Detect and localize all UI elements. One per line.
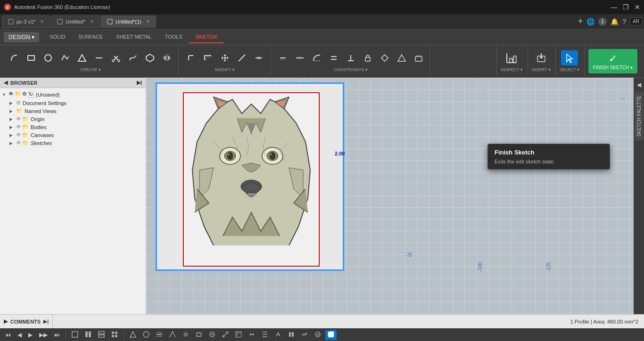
- select-label[interactable]: SELECT ▾: [560, 67, 579, 72]
- right-panel-arrow[interactable]: ◀: [637, 81, 641, 88]
- sketch-palette-tab[interactable]: SKETCH PALETTE: [635, 92, 644, 140]
- sketch-control-4[interactable]: [167, 330, 178, 340]
- canvas-area[interactable]: 2.00 -75 -100 -125 → Finish Sketch Exits…: [146, 78, 634, 314]
- tool-tangent[interactable]: [309, 50, 324, 65]
- tool-coincident[interactable]: [275, 50, 290, 65]
- tool-fix[interactable]: [411, 50, 426, 65]
- tool-line[interactable]: [91, 50, 107, 65]
- sketch-control-14[interactable]: [299, 330, 310, 340]
- constraints-label[interactable]: CONSTRAINTS ▾: [334, 67, 368, 72]
- ar-badge[interactable]: AR: [630, 17, 642, 25]
- root-gear-icon[interactable]: ⚙: [22, 91, 27, 98]
- design-dropdown[interactable]: DESIGN ▾: [4, 32, 39, 42]
- module-tab-sketch[interactable]: SKETCH: [189, 31, 223, 43]
- tool-trim[interactable]: [108, 50, 124, 65]
- tool-lock[interactable]: [360, 50, 375, 65]
- playback-prev[interactable]: ◀: [15, 331, 24, 339]
- tool-polygon[interactable]: [142, 50, 157, 65]
- tool-equal[interactable]: [377, 50, 392, 65]
- module-tab-sheetmetal[interactable]: SHEET METAL: [109, 31, 158, 43]
- playback-play[interactable]: ▶: [26, 331, 35, 339]
- tool-triangle[interactable]: [74, 50, 90, 65]
- playback-end[interactable]: ⏭: [52, 331, 62, 339]
- window-controls[interactable]: — ❐ ✕: [611, 3, 640, 11]
- notification-icon[interactable]: 🔔: [611, 18, 619, 25]
- browser-item-bodies[interactable]: ▶ 👁 📁 Bodies: [0, 123, 146, 131]
- browser-item-sketches[interactable]: ▶ 👁 📁 Sketches: [0, 139, 146, 147]
- tool-parallel[interactable]: [326, 50, 341, 65]
- tab-untitled2[interactable]: Untitled*(1) ✕: [101, 16, 156, 28]
- finish-sketch-btn[interactable]: ✓ FINISH SKETCH ▾: [588, 49, 637, 73]
- sketch-control-2[interactable]: [140, 330, 152, 340]
- sketch-control-8[interactable]: [220, 330, 231, 340]
- help-icon[interactable]: ?: [622, 18, 626, 25]
- sketch-control-13[interactable]: [286, 330, 297, 340]
- tab-untitled1[interactable]: Untitled* ✕: [51, 16, 100, 28]
- browser-item-canvases[interactable]: ▶ 👁 📁 Canvases: [0, 131, 146, 139]
- playback-start[interactable]: ⏮: [3, 331, 13, 339]
- tool-collinear[interactable]: [292, 50, 307, 65]
- browser-item-named-views[interactable]: ▶ 📁 Named Views: [0, 107, 146, 115]
- insert-label[interactable]: INSERT ▾: [532, 67, 551, 72]
- sketch-control-5[interactable]: [180, 330, 191, 340]
- tool-perpendicular[interactable]: [343, 50, 358, 65]
- sketch-control-7[interactable]: [206, 330, 218, 340]
- canvases-eye-icon[interactable]: 👁: [16, 132, 21, 138]
- tab-close-untitled2[interactable]: ✕: [146, 19, 150, 24]
- tool-circle[interactable]: [41, 50, 56, 65]
- tool-break[interactable]: [251, 50, 266, 65]
- module-tab-tools[interactable]: TOOLS: [158, 31, 189, 43]
- module-tab-solid[interactable]: SOLID: [43, 31, 72, 43]
- comments-expand-icon[interactable]: ▶: [4, 318, 8, 325]
- sketch-control-3[interactable]: [154, 330, 165, 340]
- sketch-control-6[interactable]: [193, 330, 205, 340]
- origin-eye-icon[interactable]: 👁: [16, 116, 21, 122]
- playback-next[interactable]: ▶▶: [37, 331, 50, 339]
- sketch-control-11[interactable]: [259, 330, 271, 340]
- tool-symmetric[interactable]: [394, 50, 409, 65]
- sketch-control-15[interactable]: [312, 330, 323, 340]
- globe-icon[interactable]: 🌐: [586, 18, 594, 25]
- tab-close-untitled1[interactable]: ✕: [90, 19, 94, 24]
- tool-move[interactable]: [217, 50, 232, 65]
- sketch-control-1[interactable]: [127, 330, 139, 340]
- module-tab-surface[interactable]: SURFACE: [72, 31, 109, 43]
- tool-rectangle[interactable]: [24, 50, 39, 65]
- view-mode-2[interactable]: [83, 330, 94, 340]
- sketch-control-active[interactable]: [325, 330, 337, 340]
- sketches-eye-icon[interactable]: 👁: [16, 140, 21, 146]
- sketch-control-10[interactable]: [246, 330, 257, 340]
- inspect-label[interactable]: INSPECT ▾: [501, 67, 522, 72]
- view-mode-1[interactable]: [69, 330, 81, 340]
- view-mode-3[interactable]: [96, 330, 107, 340]
- root-eye-icon[interactable]: 👁: [8, 91, 14, 98]
- maximize-btn[interactable]: ❐: [623, 3, 629, 11]
- browser-collapse-icon[interactable]: ◀: [4, 80, 8, 86]
- comments-collapse-icon[interactable]: ▶|: [43, 319, 49, 324]
- tab-close-pc3[interactable]: ✕: [40, 19, 44, 24]
- add-tab-btn[interactable]: +: [578, 16, 583, 26]
- create-label[interactable]: CREATE ▾: [80, 67, 100, 72]
- insert-btn[interactable]: [533, 50, 550, 65]
- bodies-eye-icon[interactable]: 👁: [16, 124, 21, 130]
- tool-polyline[interactable]: [58, 50, 73, 65]
- browser-expand-icon[interactable]: ▶|: [137, 80, 142, 86]
- sketch-control-12[interactable]: [272, 330, 284, 340]
- modify-label[interactable]: MODIFY ▾: [215, 67, 235, 72]
- browser-item-origin[interactable]: ▶ 👁 📁 Origin: [0, 115, 146, 123]
- tool-offset[interactable]: [200, 50, 215, 65]
- close-btn[interactable]: ✕: [635, 3, 640, 11]
- tool-mirror[interactable]: [159, 50, 174, 65]
- minimize-btn[interactable]: —: [611, 3, 617, 11]
- tab-pc3[interactable]: pc-3 v1* ✕: [2, 16, 50, 28]
- tool-arc[interactable]: [7, 50, 22, 65]
- root-refresh-icon[interactable]: ↻: [28, 91, 34, 98]
- tool-spline[interactable]: [125, 50, 140, 65]
- browser-item-root[interactable]: ▼ 👁 📁 ⚙ ↻ (Unsaved): [0, 90, 146, 99]
- tool-scale[interactable]: [234, 50, 249, 65]
- inspect-btn[interactable]: [503, 50, 520, 65]
- sketch-control-9[interactable]: [233, 330, 244, 340]
- select-btn[interactable]: [561, 50, 578, 65]
- view-mode-4[interactable]: [109, 330, 120, 340]
- tool-fillet[interactable]: [183, 50, 198, 65]
